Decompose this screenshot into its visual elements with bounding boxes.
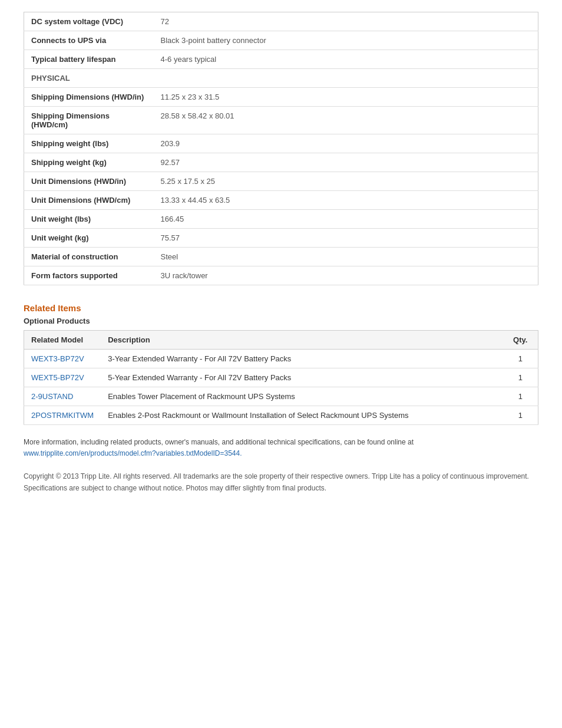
related-model-link[interactable]: WEXT3-BP72V xyxy=(31,354,84,363)
related-model-link[interactable]: WEXT5-BP72V xyxy=(31,373,84,382)
table-row: 2POSTRMKITWMEnables 2-Post Rackmount or … xyxy=(24,406,538,425)
related-model-cell[interactable]: WEXT5-BP72V xyxy=(24,368,101,387)
spec-value: 4-6 years typical xyxy=(154,50,538,69)
related-model-cell[interactable]: 2-9USTAND xyxy=(24,387,101,406)
related-description-cell: Enables 2-Post Rackmount or Wallmount In… xyxy=(101,406,503,425)
spec-label: Unit weight (kg) xyxy=(24,229,154,248)
related-description-cell: Enables Tower Placement of Rackmount UPS… xyxy=(101,387,503,406)
spec-value: 75.57 xyxy=(154,229,538,248)
spec-value: 203.9 xyxy=(154,134,538,153)
related-model-cell[interactable]: WEXT3-BP72V xyxy=(24,350,101,368)
related-qty-cell: 1 xyxy=(503,387,538,406)
specs-table: DC system voltage (VDC)72Connects to UPS… xyxy=(24,12,538,285)
table-row: 2-9USTANDEnables Tower Placement of Rack… xyxy=(24,387,538,406)
optional-products-label: Optional Products xyxy=(24,317,538,325)
spec-label: Shipping weight (kg) xyxy=(24,153,154,172)
related-items-title: Related Items xyxy=(24,303,538,313)
col-header-model: Related Model xyxy=(24,331,101,350)
related-model-link[interactable]: 2-9USTAND xyxy=(31,392,73,401)
spec-value: Steel xyxy=(154,248,538,266)
related-qty-cell: 1 xyxy=(503,350,538,368)
related-description-cell: 5-Year Extended Warranty - For All 72V B… xyxy=(101,368,503,387)
spec-label: Shipping weight (lbs) xyxy=(24,134,154,153)
spec-label: Shipping Dimensions (HWD/in) xyxy=(24,88,154,107)
spec-label: Unit weight (lbs) xyxy=(24,210,154,229)
spec-value: 3U rack/tower xyxy=(154,266,538,285)
spec-value: 72 xyxy=(154,12,538,31)
related-model-link[interactable]: 2POSTRMKITWM xyxy=(31,411,94,420)
table-row: WEXT5-BP72V5-Year Extended Warranty - Fo… xyxy=(24,368,538,387)
spec-label: Unit Dimensions (HWD/in) xyxy=(24,172,154,191)
table-row: WEXT3-BP72V3-Year Extended Warranty - Fo… xyxy=(24,350,538,368)
section-header-cell: PHYSICAL xyxy=(24,69,538,88)
spec-label: Form factors supported xyxy=(24,266,154,285)
spec-label: Unit Dimensions (HWD/cm) xyxy=(24,191,154,210)
spec-label: Connects to UPS via xyxy=(24,31,154,50)
related-description-cell: 3-Year Extended Warranty - For All 72V B… xyxy=(101,350,503,368)
info-text-prefix: More information, including related prod… xyxy=(24,438,414,446)
spec-value: Black 3-point battery connector xyxy=(154,31,538,50)
spec-value: 5.25 x 17.5 x 25 xyxy=(154,172,538,191)
info-link[interactable]: www.tripplite.com/en/products/model.cfm?… xyxy=(24,449,242,457)
spec-label: DC system voltage (VDC) xyxy=(24,12,154,31)
spec-label: Material of construction xyxy=(24,248,154,266)
spec-value: 166.45 xyxy=(154,210,538,229)
col-header-description: Description xyxy=(101,331,503,350)
col-header-qty: Qty. xyxy=(503,331,538,350)
related-qty-cell: 1 xyxy=(503,368,538,387)
more-info-text: More information, including related prod… xyxy=(24,437,538,459)
spec-label: Shipping Dimensions (HWD/cm) xyxy=(24,107,154,134)
related-table: Related Model Description Qty. WEXT3-BP7… xyxy=(24,330,538,425)
spec-value: 92.57 xyxy=(154,153,538,172)
spec-value: 28.58 x 58.42 x 80.01 xyxy=(154,107,538,134)
spec-value: 13.33 x 44.45 x 63.5 xyxy=(154,191,538,210)
copyright-text: Copyright © 2013 Tripp Lite. All rights … xyxy=(24,471,538,493)
spec-label: Typical battery lifespan xyxy=(24,50,154,69)
related-qty-cell: 1 xyxy=(503,406,538,425)
spec-value: 11.25 x 23 x 31.5 xyxy=(154,88,538,107)
related-model-cell[interactable]: 2POSTRMKITWM xyxy=(24,406,101,425)
related-items-section: Related Items Optional Products Related … xyxy=(24,303,538,425)
